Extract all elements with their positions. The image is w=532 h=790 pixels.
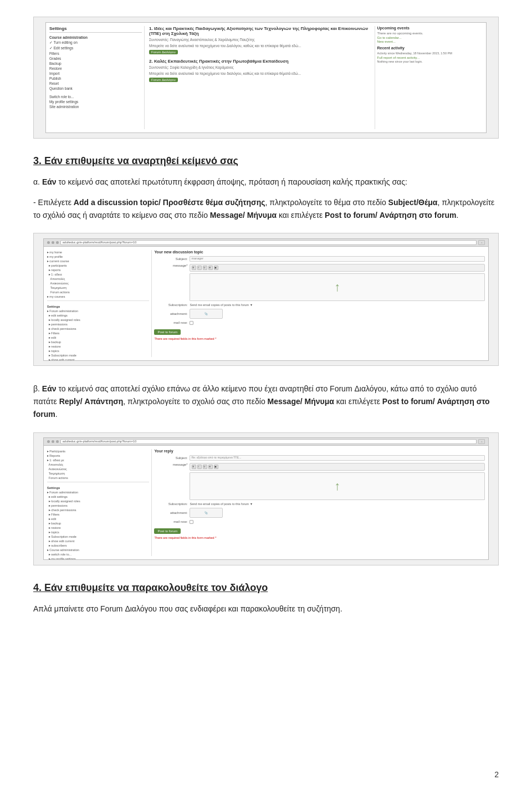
checkbox-icon[interactable]: [190, 321, 193, 325]
toolbar-btn-i[interactable]: I: [197, 266, 202, 270]
section-3-heading: 3. Εάν επιθυμείτε να αναρτηθεί κείμενό σ…: [33, 155, 499, 167]
sidebar-my-profile[interactable]: ▸ my profile: [47, 254, 150, 259]
full-report[interactable]: Full report of recent activity...: [377, 56, 483, 59]
toolbar-btn-u[interactable]: U: [203, 266, 207, 270]
settings2-filters[interactable]: ▸ Filters: [47, 512, 150, 517]
forum-btn-1[interactable]: Forum Διαλόγου: [149, 50, 178, 54]
settings2-restore[interactable]: ▸ restore: [47, 526, 150, 530]
sidebar2-label1[interactable]: ▸ 1: αδεια με: [47, 458, 150, 462]
settings-filters[interactable]: ▸ Filters: [47, 331, 150, 335]
settings-topics[interactable]: ▸ topics: [47, 349, 150, 353]
sidebar-reports[interactable]: ▸ reports: [47, 268, 150, 272]
sidebar-current-course[interactable]: ▸ current course: [47, 259, 150, 263]
settings-permissions[interactable]: ▸ permissions: [47, 322, 150, 327]
settings2-edit2[interactable]: ▸ edit: [47, 517, 150, 521]
content-title-1: 1. Ιδέες και Πρακτικές Παιδαγωγικής Αξιο…: [149, 26, 372, 36]
go-calendar[interactable]: Go to calendar...: [377, 36, 483, 39]
settings-section-2: Settings: [47, 486, 150, 490]
sidebar-apostoles[interactable]: Αποστολές: [47, 277, 150, 281]
sidebar2-anakoinoseis[interactable]: Ανακοινώσεις: [47, 467, 150, 471]
sidebar-anakoinoseis[interactable]: Ανακοινώσεις: [47, 281, 150, 286]
settings-forum-admin[interactable]: ▸ Forum administration: [47, 309, 150, 313]
settings2-subscribers[interactable]: ▸ subscribers: [47, 543, 150, 548]
page-container: Settings Course administration ✓ Turn ed…: [0, 0, 532, 656]
toolbar-btn-link[interactable]: ⊕: [208, 266, 213, 270]
subscription-value[interactable]: Send me email copies of posts to this fo…: [190, 303, 485, 307]
section-4-heading: 4. Εάν επιθυμείτε να παρακολουθείτε τον …: [33, 582, 499, 594]
settings-sub-mode[interactable]: ▸ Subscription mode: [47, 353, 150, 358]
reply-toolbar-u[interactable]: U: [203, 465, 207, 469]
reply-subscription-value[interactable]: Send me email copies of posts to this fo…: [190, 502, 485, 506]
settings2-check[interactable]: ▸ check permissions: [47, 508, 150, 512]
sidebar2-reports[interactable]: ▸ Reports: [47, 453, 150, 458]
settings2-course-admin[interactable]: ▸ Course administration: [47, 548, 150, 552]
sidebar-participants[interactable]: ▸ participants: [47, 263, 150, 268]
subject-input[interactable]: manager: [190, 256, 485, 262]
reply-toolbar-i[interactable]: I: [197, 465, 202, 469]
sidebar-forum-actions[interactable]: Forum actions: [47, 290, 150, 294]
message-textarea[interactable]: ↑: [190, 273, 485, 301]
settings-backup[interactable]: ▸ backup: [47, 340, 150, 344]
settings-edit[interactable]: ▸ edit settings: [47, 313, 150, 318]
recent-title: Recent activity: [377, 46, 483, 50]
message-row: message* B I U ⊕ ▣ ↑: [154, 264, 485, 301]
sidebar2-apostoles[interactable]: Αποστολές: [47, 462, 150, 467]
reply-toolbar-img[interactable]: ▣: [214, 465, 218, 469]
section-4-text: Απλά μπαίνετε στο Forum Διαλόγου που σας…: [33, 603, 499, 615]
screenshot-reply-post: adulteduc.gr/e-platform/mod/forum/post.p…: [33, 432, 499, 565]
no-events: There are no upcoming events.: [377, 32, 483, 35]
browser-forward-2[interactable]: [52, 440, 54, 443]
mail-now-checkbox[interactable]: [190, 321, 485, 325]
settings2-permissions[interactable]: ▸ permissions: [47, 503, 150, 508]
toolbar-btn-img[interactable]: ▣: [214, 266, 218, 270]
sidebar2-participants[interactable]: ▸ Participants: [47, 449, 150, 453]
settings2-profile[interactable]: ▸ my profile settings: [47, 557, 150, 559]
page-number: 2: [494, 770, 499, 779]
browser-url-bar[interactable]: adulteduc.gr/e-platform/mod/forum/post.p…: [60, 240, 477, 245]
sidebar-tekmiriosi[interactable]: Τεκμηρίωση: [47, 286, 150, 290]
reply-post-btn[interactable]: Post to forum: [154, 528, 181, 534]
toolbar-btn-b[interactable]: B: [192, 266, 196, 270]
browser-home-2[interactable]: ⌂: [478, 439, 485, 444]
settings2-topics[interactable]: ▸ topics: [47, 530, 150, 534]
browser-back[interactable]: [47, 241, 50, 244]
settings2-forum-admin[interactable]: ▸ Forum administration: [47, 490, 150, 495]
browser-forward[interactable]: [52, 241, 54, 244]
reply-subject-input[interactable]: Re: αξιόλογο από τα περιεχόμενα ΤΠΕ...: [190, 455, 485, 461]
settings2-roles[interactable]: ▸ locally assigned roles: [47, 499, 150, 503]
forum-btn-2[interactable]: Forum Διαλόγου: [149, 78, 178, 82]
settings2-sub-mode[interactable]: ▸ Subscription mode: [47, 534, 150, 539]
settings-title: Settings: [49, 26, 142, 33]
sidebar-my-courses[interactable]: ▸ my courses: [47, 294, 150, 299]
browser-home[interactable]: ⌂: [478, 240, 485, 245]
sidebar-my-home[interactable]: ▸ my home: [47, 250, 150, 254]
reply-mail-now-checkbox[interactable]: [190, 520, 485, 524]
settings-roles[interactable]: ▸ locally assigned roles: [47, 318, 150, 322]
browser-url-bar-2[interactable]: adulteduc.gr/e-platform/mod/forum/post.p…: [60, 439, 477, 444]
reply-toolbar-link[interactable]: ⊕: [208, 465, 213, 469]
settings-check[interactable]: ▸ check permissions: [47, 327, 150, 331]
reply-toolbar-b[interactable]: B: [192, 465, 196, 469]
settings2-show-edit[interactable]: ▸ show edit current: [47, 539, 150, 543]
browser-back-2[interactable]: [47, 440, 50, 443]
settings2-edit[interactable]: ▸ edit settings: [47, 495, 150, 499]
post-to-forum-btn[interactable]: Post to forum: [154, 329, 181, 335]
reply-message-textarea[interactable]: ↑: [190, 472, 485, 500]
settings-show-edit[interactable]: ▸ show edit current: [47, 358, 150, 360]
reply-attachment-row: attachment: 📎: [154, 508, 485, 518]
screenshot-forum-post: adulteduc.gr/e-platform/mod/forum/post.p…: [33, 233, 499, 366]
sidebar2-tekmiriosi[interactable]: Τεκμηρίωση: [47, 471, 150, 476]
reply-attachment-box[interactable]: 📎: [190, 508, 223, 518]
settings2-backup[interactable]: ▸ backup: [47, 521, 150, 526]
browser-refresh[interactable]: [56, 241, 59, 244]
attachment-box[interactable]: 📎: [190, 309, 223, 319]
browser-refresh-2[interactable]: [56, 440, 59, 443]
reply-checkbox-icon[interactable]: [190, 520, 193, 524]
settings2-switch[interactable]: ▸ switch role to...: [47, 552, 150, 557]
sidebar2-forum-actions[interactable]: Forum actions: [47, 476, 150, 480]
settings-edit2[interactable]: ▸ edit: [47, 335, 150, 340]
subscription-row: Subscription: Send me email copies of po…: [154, 303, 485, 307]
settings-restore[interactable]: ▸ restore: [47, 344, 150, 349]
new-event[interactable]: New event...: [377, 40, 483, 43]
sidebar-label1[interactable]: ▸ 1: αδεια: [47, 272, 150, 277]
